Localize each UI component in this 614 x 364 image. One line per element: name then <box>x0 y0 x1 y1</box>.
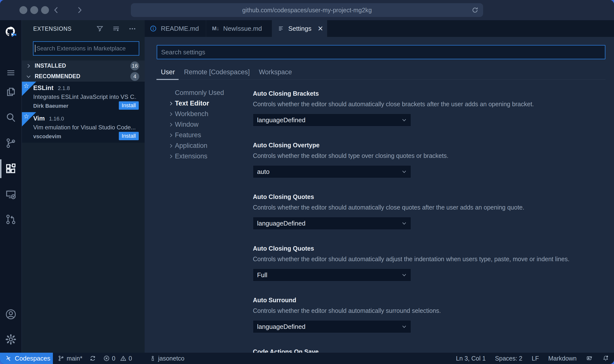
recommended-count-badge: 4 <box>130 72 139 81</box>
source-control-icon[interactable] <box>0 134 22 152</box>
clear-list-icon[interactable] <box>112 25 120 33</box>
chevron-right-icon <box>168 143 175 149</box>
setting-dropdown[interactable]: languageDefined <box>253 320 411 333</box>
git-branch-icon <box>58 355 64 362</box>
chevron-right-icon <box>168 111 175 117</box>
address-bar[interactable]: github.com/codespaces/user-my-project-mg… <box>131 3 483 17</box>
problems-status[interactable]: 0 0 <box>103 355 132 362</box>
dropdown-value: Full <box>257 271 267 279</box>
chevron-down-icon <box>401 272 407 278</box>
toc-extensions[interactable]: Extensions <box>168 151 224 162</box>
extension-author: vscodevim <box>33 133 61 140</box>
chevron-down-icon <box>401 117 407 123</box>
close-icon[interactable]: × <box>318 25 323 32</box>
search-icon[interactable] <box>0 109 22 126</box>
settings-gear-icon[interactable] <box>0 331 22 348</box>
setting-dropdown[interactable]: languageDefined <box>253 217 411 230</box>
window-close-button[interactable] <box>19 6 27 14</box>
forward-icon[interactable] <box>75 5 84 15</box>
extension-item-vim[interactable]: ☆ Vim 1.16.0 Vim emulation for Visual St… <box>22 112 145 143</box>
warnings-icon <box>120 355 127 362</box>
tab-newissue[interactable]: M↓ NewIssue.md <box>206 20 272 37</box>
toc-workbench[interactable]: Workbench <box>168 109 224 119</box>
chevron-down-icon <box>401 323 407 330</box>
error-count: 0 <box>112 355 115 362</box>
setting-description: Controls whether the editor should autom… <box>253 100 606 108</box>
extensions-search-box[interactable] <box>33 41 139 56</box>
setting-title: Auto Closing Brackets <box>253 89 606 98</box>
setting-title: Code Actions On Save <box>253 347 606 353</box>
scope-tab-workspace[interactable]: Workspace <box>259 68 292 76</box>
branch-name: main* <box>67 355 82 362</box>
editor-area: README.md M↓ NewIssue.md Settings × User… <box>145 20 614 353</box>
info-icon <box>150 25 157 32</box>
account-icon[interactable] <box>0 305 22 323</box>
menu-icon[interactable] <box>0 64 22 82</box>
codespaces-remote-button[interactable]: Codespaces <box>0 353 53 364</box>
github-vscode-logo-icon <box>0 24 22 41</box>
install-button[interactable]: Install <box>119 101 139 110</box>
window-minimize-button[interactable] <box>30 6 38 14</box>
user-status[interactable]: jasonetco <box>150 355 184 362</box>
sidebar-title: EXTENSIONS <box>33 26 72 32</box>
extension-author: Dirk Baeumer <box>33 103 68 109</box>
remote-explorer-icon[interactable] <box>0 185 22 203</box>
chevron-right-icon <box>168 153 175 159</box>
active-scope-underline <box>156 79 179 80</box>
extension-description: Integrates ESLint JavaScript into VS C..… <box>33 93 137 100</box>
more-actions-icon[interactable] <box>128 25 136 33</box>
back-icon[interactable] <box>52 5 61 15</box>
setting-dropdown[interactable]: languageDefined <box>253 114 411 126</box>
settings-search-input[interactable] <box>157 48 605 56</box>
setting-dropdown[interactable]: auto <box>253 165 411 178</box>
tab-readme[interactable]: README.md <box>145 20 206 37</box>
scope-divider <box>157 79 605 80</box>
install-button[interactable]: Install <box>119 132 139 140</box>
eol-status[interactable]: LF <box>532 355 539 362</box>
reload-icon[interactable] <box>471 6 479 14</box>
sync-icon[interactable] <box>89 355 96 362</box>
toc-commonly-used[interactable]: Commonly Used <box>168 88 224 98</box>
extension-item-eslint[interactable]: ☆ ESLint 2.1.8 Integrates ESLint JavaScr… <box>22 82 145 112</box>
setting-title: Auto Closing Quotes <box>253 192 606 201</box>
tab-label: Settings <box>288 25 311 32</box>
star-icon: ☆ <box>23 113 29 120</box>
section-installed[interactable]: INSTALLED 16 <box>22 61 145 71</box>
filter-icon[interactable] <box>96 25 104 33</box>
cursor-position[interactable]: Ln 3, Col 1 <box>456 355 486 362</box>
notifications-bell-icon[interactable] <box>602 355 609 362</box>
chevron-right-icon <box>168 122 175 128</box>
toc-application[interactable]: Application <box>168 140 224 151</box>
tab-settings[interactable]: Settings × <box>272 20 327 37</box>
remote-icon <box>5 355 12 362</box>
setting-title: Auto Closing Overtype <box>253 141 606 150</box>
window-maximize-button[interactable] <box>41 6 49 14</box>
window-controls[interactable] <box>19 6 49 14</box>
toc-window[interactable]: Window <box>168 119 224 130</box>
warning-count: 0 <box>129 355 132 362</box>
indentation-status[interactable]: Spaces: 2 <box>495 355 522 362</box>
language-mode[interactable]: Markdown <box>548 355 577 362</box>
settings-toc: Commonly Used Text Editor Workbench Wind… <box>168 88 224 162</box>
explorer-icon[interactable] <box>0 83 22 101</box>
branch-status[interactable]: main* <box>58 355 82 362</box>
errors-icon <box>103 355 110 362</box>
settings-scope-tabs: User Remote [Codespaces] Workspace <box>161 68 292 76</box>
toc-features[interactable]: Features <box>168 130 224 140</box>
chevron-down-icon <box>401 220 407 227</box>
setting-dropdown[interactable]: Full <box>253 269 411 281</box>
feedback-icon[interactable] <box>586 355 593 362</box>
username: jasonetco <box>158 355 184 362</box>
extensions-search-input[interactable] <box>35 45 139 52</box>
section-recommended[interactable]: RECOMMENDED 4 <box>22 71 145 82</box>
toc-text-editor[interactable]: Text Editor <box>168 98 224 109</box>
setting-description: Controls whether the editor should autom… <box>253 203 606 212</box>
scope-tab-remote[interactable]: Remote [Codespaces] <box>184 68 250 76</box>
scope-tab-user[interactable]: User <box>161 68 175 76</box>
settings-search-box[interactable] <box>157 45 605 59</box>
extension-name: Vim <box>33 115 45 122</box>
github-pull-requests-icon[interactable] <box>0 211 22 228</box>
chevron-down-icon <box>401 168 407 175</box>
extensions-icon[interactable] <box>0 160 22 178</box>
activity-bar <box>0 20 22 353</box>
